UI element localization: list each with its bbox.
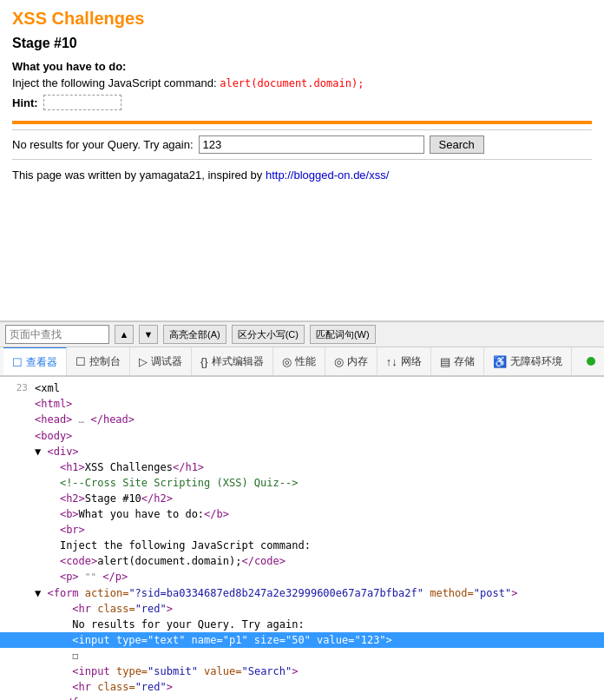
code-line: <input type="submit" value="Search"> (0, 664, 604, 679)
code-line: Inject the following JavaScript command: (0, 538, 604, 553)
code-line: <h2>Stage #10</h2> (0, 491, 604, 506)
devtools-code-panel: 23 <xml <html> <head> … </head> <body> ▼… (0, 377, 604, 700)
tab-inspector[interactable]: ☐ 查看器 (3, 347, 67, 376)
tab-performance-label: 性能 (295, 354, 316, 369)
code-content: Inject the following JavaScript command: (35, 538, 311, 553)
tab-memory[interactable]: ◎ 内存 (325, 347, 378, 376)
code-line: <b>What you have to do:</b> (0, 506, 604, 522)
devtools-tabs: ☐ 查看器 ☐ 控制台 ▷ 调试器 {} 样式编辑器 ◎ 性能 ◎ 内存 ↑↓ … (0, 347, 604, 377)
style-editor-icon: {} (200, 355, 208, 368)
line-num: 23 (3, 380, 28, 396)
code-content: <input type="text" name="p1" size="50" v… (35, 632, 392, 648)
find-bar: ▲ ▼ 高亮全部(A) 区分大小写(C) 匹配词句(W) (0, 321, 604, 347)
tab-console[interactable]: ☐ 控制台 (67, 347, 130, 376)
tab-storage-label: 存储 (454, 354, 475, 369)
code-content: <hr class="red"> (35, 601, 173, 617)
code-content: No results for your Query. Try again: (35, 617, 305, 632)
code-line: <hr class="red"> (0, 601, 604, 617)
tab-storage[interactable]: ▤ 存储 (431, 347, 484, 376)
orange-bar (12, 121, 592, 124)
hint-row: Hint: (12, 95, 592, 110)
code-line: <!--Cross Site Scripting (XSS) Quiz--> (0, 475, 604, 491)
code-content: <head> … </head> (35, 412, 135, 428)
js-command: alert(document.domain); (220, 77, 364, 89)
highlight-all-button[interactable]: 高亮全部(A) (163, 325, 226, 344)
code-line: ☐ (0, 648, 604, 664)
tab-accessibility[interactable]: ♿ 无障碍环境 (484, 347, 572, 376)
task-desc: Inject the following JavaScript command:… (12, 76, 592, 89)
code-content: <code>alert(document.domain);</code> (35, 553, 286, 569)
code-content: <xml (35, 380, 60, 396)
code-line: <p> "" </p> (0, 569, 604, 585)
code-content: <p> "" </p> (35, 569, 128, 585)
tab-debugger[interactable]: ▷ 调试器 (130, 347, 192, 376)
code-content: ▼ <form action="?sid=ba0334687ed8b247a2e… (35, 585, 517, 601)
hint-input[interactable] (43, 95, 121, 110)
find-input[interactable] (5, 325, 109, 344)
inspector-icon: ☐ (12, 356, 23, 369)
tab-accessibility-label: 无障碍环境 (510, 354, 562, 369)
debugger-icon: ▷ (139, 355, 148, 368)
task-desc-text: Inject the following JavaScript command: (12, 76, 217, 89)
code-content: </form> (35, 695, 103, 700)
search-row: No results for your Query. Try again: Se… (12, 129, 592, 160)
code-line: <h1>XSS Challenges</h1> (0, 459, 604, 475)
network-icon: ↑↓ (386, 355, 397, 368)
code-content: <br> (35, 522, 85, 538)
tab-style-editor-label: 样式编辑器 (212, 354, 264, 369)
code-line-form: ▼ <form action="?sid=ba0334687ed8b247a2e… (0, 585, 604, 601)
footer-text: This page was written by yamagata21, ins… (12, 168, 592, 182)
code-line: </form> (0, 695, 604, 700)
code-line: ▼ <div> (0, 444, 604, 459)
page-content: XSS Challenges Stage #10 What you have t… (0, 0, 604, 321)
footer-link[interactable]: http://blogged-on.de/xss/ (266, 168, 389, 182)
green-dot-indicator (587, 357, 595, 366)
tab-debugger-label: 调试器 (151, 354, 182, 369)
tab-console-label: 控制台 (89, 354, 121, 369)
code-line-input-highlighted: <input type="text" name="p1" size="50" v… (0, 632, 604, 648)
tab-network[interactable]: ↑↓ 网络 (378, 347, 431, 376)
code-line: <head> … </head> (0, 412, 604, 428)
code-content: <body> (35, 428, 72, 444)
code-content: <h2>Stage #10</h2> (35, 491, 173, 506)
code-content: <input type="submit" value="Search"> (35, 664, 299, 679)
accessibility-icon: ♿ (493, 355, 507, 368)
tab-style-editor[interactable]: {} 样式编辑器 (192, 347, 273, 376)
find-next-button[interactable]: ▼ (139, 325, 158, 344)
code-content: <b>What you have to do:</b> (35, 506, 229, 522)
performance-icon: ◎ (282, 355, 292, 368)
code-line: No results for your Query. Try again: (0, 617, 604, 632)
no-results-label: No results for your Query. Try again: (12, 138, 194, 151)
console-icon: ☐ (76, 355, 86, 368)
code-content: ☐ (35, 648, 79, 664)
tab-memory-label: 内存 (347, 354, 368, 369)
stage-heading: Stage #10 (12, 36, 592, 51)
code-line: <html> (0, 396, 604, 412)
code-line: <code>alert(document.domain);</code> (0, 553, 604, 569)
tab-performance[interactable]: ◎ 性能 (273, 347, 325, 376)
case-sensitive-button[interactable]: 区分大小写(C) (232, 325, 305, 344)
page-title: XSS Challenges (12, 9, 592, 29)
code-line: 23 <xml (0, 380, 604, 396)
footer-text-content: This page was written by yamagata21, ins… (12, 168, 266, 182)
code-content: <!--Cross Site Scripting (XSS) Quiz--> (35, 475, 298, 491)
hint-label: Hint: (12, 96, 38, 109)
find-prev-button[interactable]: ▲ (115, 325, 134, 344)
code-line: <br> (0, 522, 604, 538)
search-button[interactable]: Search (430, 135, 484, 154)
storage-icon: ▤ (440, 355, 450, 368)
code-line: <body> (0, 428, 604, 444)
task-label: What you have to do: (12, 60, 592, 73)
search-input[interactable] (199, 135, 424, 154)
memory-icon: ◎ (334, 355, 344, 368)
code-content: <hr class="red"> (35, 679, 173, 695)
tab-network-label: 网络 (401, 354, 422, 369)
match-word-button[interactable]: 匹配词句(W) (310, 325, 376, 344)
code-content: ▼ <div> (35, 444, 79, 459)
code-content: <h1>XSS Challenges</h1> (35, 459, 204, 475)
tab-inspector-label: 查看器 (26, 355, 57, 370)
code-line: <hr class="red"> (0, 679, 604, 695)
code-content: <html> (35, 396, 72, 412)
